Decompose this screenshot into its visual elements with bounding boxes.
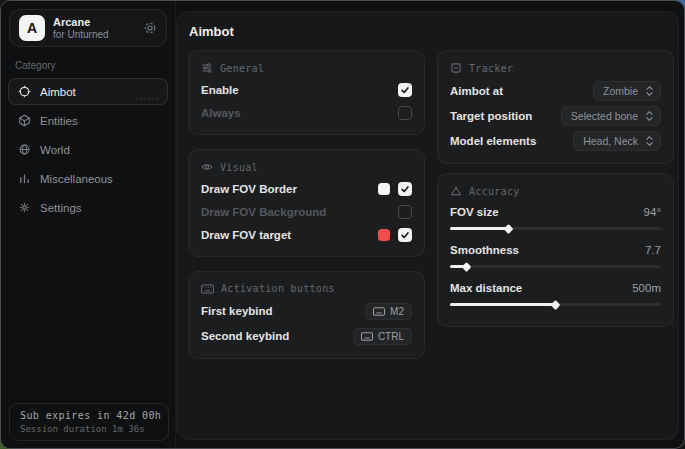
setting-row-always: Always xyxy=(201,102,412,124)
card-title: Activation buttons xyxy=(221,283,335,294)
card-title: General xyxy=(220,63,264,74)
box-dash-icon xyxy=(450,62,462,74)
general-card: General Enable Always xyxy=(188,50,425,135)
card-title: Accuracy xyxy=(469,186,520,197)
slider-value: 500m xyxy=(632,282,661,294)
fov-target-checkbox[interactable] xyxy=(398,228,412,242)
sidebar-item-world[interactable]: World xyxy=(8,136,168,163)
setting-label: FOV size xyxy=(450,206,499,218)
keyboard-icon xyxy=(361,332,373,341)
chevrons-up-down-icon xyxy=(645,110,654,122)
setting-label: Always xyxy=(201,107,241,119)
app-window: A Arcane for Unturned Category xyxy=(0,0,685,449)
setting-row-first-keybind: First keybind M2 xyxy=(201,299,412,323)
category-label: Category xyxy=(15,60,161,71)
aimbot-at-select[interactable]: Zombie xyxy=(593,81,661,101)
keybind-value: CTRL xyxy=(378,331,404,342)
select-value: Selected bone xyxy=(571,110,638,122)
slider-group-fov-size: FOV size 94° xyxy=(450,202,661,230)
setting-label: Second keybind xyxy=(201,330,289,342)
setting-label: Enable xyxy=(201,84,239,96)
subscription-info-card: Sub expires in 42d 00h Session duration … xyxy=(9,403,169,441)
slider-fill xyxy=(450,227,509,230)
setting-label: Draw FOV Background xyxy=(201,206,326,218)
setting-label: Smoothness xyxy=(450,244,519,256)
setting-label: First keybind xyxy=(201,305,273,317)
slider-fill xyxy=(450,265,467,268)
app-name: Arcane xyxy=(53,16,109,29)
select-value: Head, Neck xyxy=(583,135,638,147)
setting-row-fov-border: Draw FOV Border xyxy=(201,178,412,200)
sidebar-item-label: Entities xyxy=(40,115,78,127)
chevrons-up-down-icon xyxy=(645,85,654,97)
fov-background-checkbox[interactable] xyxy=(398,205,412,219)
app-subtitle: for Unturned xyxy=(53,29,109,41)
crosshair-icon xyxy=(18,85,31,98)
triangle-icon xyxy=(450,185,462,197)
setting-row-second-keybind: Second keybind CTRL xyxy=(201,324,412,348)
setting-label: Model elements xyxy=(450,135,536,147)
setting-label: Aimbot at xyxy=(450,85,503,97)
always-checkbox[interactable] xyxy=(398,106,412,120)
card-title: Visual xyxy=(220,162,258,173)
app-header-card: A Arcane for Unturned xyxy=(9,9,167,47)
sidebar-item-label: World xyxy=(40,144,70,156)
setting-row-fov-target: Draw FOV target xyxy=(201,224,412,246)
slider-value: 94° xyxy=(644,206,661,218)
session-duration: Session duration 1m 36s xyxy=(20,424,158,434)
globe-icon xyxy=(18,143,31,156)
sidebar-item-aimbot[interactable]: Aimbot xyxy=(8,78,168,105)
keyboard-icon xyxy=(373,307,385,316)
first-keybind-button[interactable]: M2 xyxy=(365,303,412,320)
visual-card: Visual Draw FOV Border Draw FOV Backgrou… xyxy=(188,149,425,257)
activation-card: Activation buttons First keybind M2 xyxy=(188,271,425,359)
gear-icon xyxy=(18,201,31,214)
cube-icon xyxy=(18,114,31,127)
tracker-card: Tracker Aimbot at Zombie Target position xyxy=(437,50,674,164)
gear-icon[interactable] xyxy=(143,21,157,35)
enable-checkbox[interactable] xyxy=(398,83,412,97)
setting-row-target-position: Target position Selected bone xyxy=(450,104,661,128)
slider-value: 7.7 xyxy=(645,244,661,256)
setting-row-model-elements: Model elements Head, Neck xyxy=(450,129,661,153)
setting-label: Draw FOV target xyxy=(201,229,291,241)
max-distance-slider[interactable] xyxy=(450,303,661,306)
sidebar-item-label: Miscellaneous xyxy=(40,173,113,185)
bars-icon xyxy=(18,172,31,185)
setting-row-enable: Enable xyxy=(201,79,412,101)
page-title: Aimbot xyxy=(189,24,670,39)
card-title: Tracker xyxy=(469,63,513,74)
sidebar-item-miscellaneous[interactable]: Miscellaneous xyxy=(8,165,168,192)
smoothness-slider[interactable] xyxy=(450,265,661,268)
sliders-icon xyxy=(201,62,213,74)
sidebar-menu: Aimbot Entities xyxy=(1,78,175,221)
faint-keybind-hint xyxy=(136,89,158,100)
keybind-value: M2 xyxy=(390,306,404,317)
target-position-select[interactable]: Selected bone xyxy=(561,106,661,126)
setting-row-fov-background: Draw FOV Background xyxy=(201,201,412,223)
slider-fill xyxy=(450,303,556,306)
model-elements-select[interactable]: Head, Neck xyxy=(573,131,661,151)
select-value: Zombie xyxy=(603,85,638,97)
sidebar-item-settings[interactable]: Settings xyxy=(8,194,168,221)
sidebar-item-entities[interactable]: Entities xyxy=(8,107,168,134)
sidebar-item-label: Settings xyxy=(40,202,82,214)
fov-border-checkbox[interactable] xyxy=(398,182,412,196)
eye-icon xyxy=(201,161,213,173)
setting-label: Max distance xyxy=(450,282,522,294)
slider-group-smoothness: Smoothness 7.7 xyxy=(450,240,661,268)
slider-group-max-distance: Max distance 500m xyxy=(450,278,661,306)
second-keybind-button[interactable]: CTRL xyxy=(353,328,412,345)
chevrons-up-down-icon xyxy=(645,135,654,147)
main-panel: Aimbot General xyxy=(176,11,679,440)
app-logo-avatar: A xyxy=(19,15,45,41)
setting-row-aimbot-at: Aimbot at Zombie xyxy=(450,79,661,103)
subscription-expiry: Sub expires in 42d 00h xyxy=(20,410,158,421)
sidebar: A Arcane for Unturned Category xyxy=(1,1,176,448)
color-swatch[interactable] xyxy=(378,229,390,241)
accuracy-card: Accuracy FOV size 94° Smoothness xyxy=(437,173,674,327)
sidebar-item-label: Aimbot xyxy=(40,86,76,98)
fov-size-slider[interactable] xyxy=(450,227,661,230)
color-swatch[interactable] xyxy=(378,183,390,195)
keyboard-icon xyxy=(201,284,214,294)
